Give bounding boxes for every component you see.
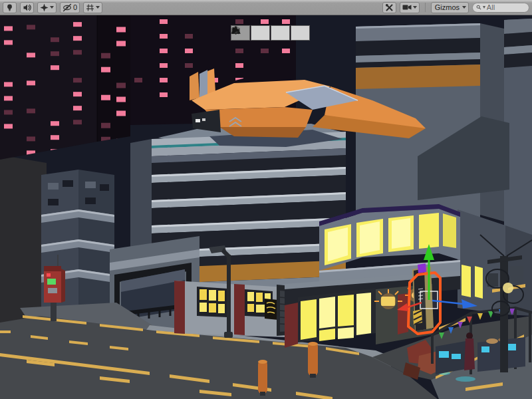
search-input[interactable]: [487, 3, 525, 11]
face-mode-button[interactable]: [291, 25, 310, 41]
gizmos-label: Gizmos: [434, 3, 461, 11]
toolbar-right-group: Gizmos: [382, 2, 529, 13]
scene-render: [0, 15, 532, 399]
scene-view-toolbar: 0: [0, 0, 532, 15]
scene-lighting-button[interactable]: [3, 2, 17, 13]
vertex-mode-button[interactable]: [251, 25, 270, 41]
gizmos-dropdown-caret: [462, 6, 466, 9]
scene-visibility-button[interactable]: 0: [60, 2, 80, 13]
hidden-object-count: 0: [73, 4, 77, 11]
toolbar-divider: [425, 3, 426, 12]
search-filter-caret: [483, 6, 485, 9]
shop-sign: [265, 299, 278, 320]
storefront-windows: [298, 288, 376, 342]
void-ground: [0, 155, 47, 328]
face-fill-icon: [231, 25, 241, 35]
puddle: [456, 376, 475, 382]
edit-mode-toolbar: [231, 25, 310, 41]
search-icon: [476, 4, 481, 11]
scene-viewport[interactable]: [0, 15, 532, 399]
lightbulb-icon: [5, 3, 14, 12]
effects-star-icon: [40, 3, 49, 12]
scene-effects-button[interactable]: [37, 2, 57, 13]
wrench-icon: [385, 3, 394, 12]
gizmos-dropdown-button[interactable]: Gizmos: [431, 2, 469, 13]
effects-dropdown-caret: [50, 6, 54, 9]
scene-search-field[interactable]: [472, 3, 529, 13]
grid-settings-button[interactable]: [83, 2, 102, 13]
edge-mode-button[interactable]: [271, 25, 290, 41]
editor-tools-button[interactable]: [382, 2, 396, 13]
speaker-icon: [23, 3, 31, 12]
eye-hidden-icon: [63, 3, 72, 12]
scene-camera-button[interactable]: [400, 2, 420, 13]
grid-dropdown-caret: [96, 6, 100, 9]
camera-dropdown-caret: [413, 6, 417, 9]
toolbar-left-group: 0: [3, 2, 102, 13]
scene-audio-button[interactable]: [20, 2, 34, 13]
camera-icon: [402, 3, 412, 11]
shop-window-1: [197, 287, 227, 317]
scene-view-window: 0: [0, 0, 532, 399]
pole-lamp: [503, 283, 513, 293]
grid-icon: [86, 3, 94, 12]
